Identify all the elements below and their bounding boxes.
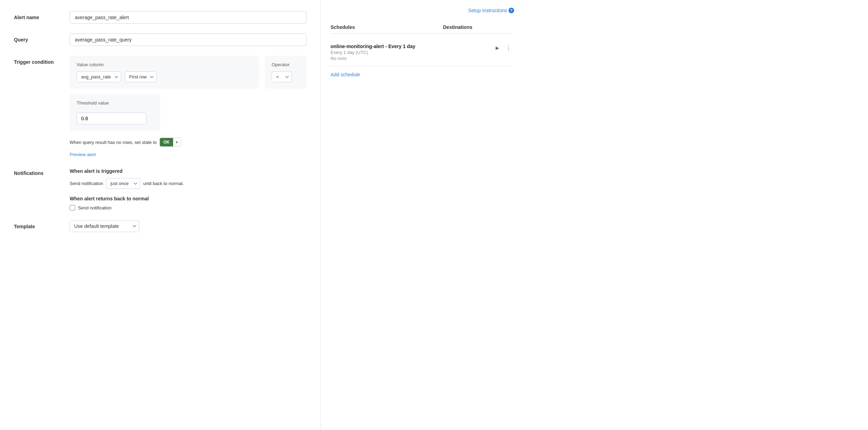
right-panel-headers: Schedules Destinations	[331, 24, 513, 34]
notification-frequency-row: Send notification just once each time ho…	[70, 178, 307, 189]
back-normal-label: When alert returns back to normal	[70, 196, 307, 201]
value-column-box: Value column avg_pass_rate First row	[70, 56, 259, 89]
send-notification-text-before: Send notification	[70, 181, 103, 186]
help-icon: ?	[509, 8, 514, 13]
alert-name-content	[70, 11, 307, 24]
back-normal-checkbox[interactable]	[70, 205, 75, 210]
trigger-condition-row: Trigger condition Value column avg_pass_…	[14, 56, 307, 157]
ok-dropdown[interactable]: OK ▾	[160, 138, 181, 147]
first-row-select[interactable]: First row	[125, 71, 157, 82]
more-options-button[interactable]: ⋮	[504, 44, 513, 52]
operator-box: Operator < <= > >= == !=	[265, 56, 307, 89]
template-row: Template Use default template Custom tem…	[14, 220, 307, 232]
schedule-no-runs: No runs	[331, 56, 490, 61]
alert-name-row: Alert name	[14, 11, 307, 24]
trigger-condition-content: Value column avg_pass_rate First row Ope…	[70, 56, 307, 157]
trigger-dropdowns: avg_pass_rate First row	[77, 71, 252, 82]
right-panel: Setup Instructions ? Schedules Destinati…	[320, 0, 522, 430]
play-button[interactable]: ▶	[493, 44, 502, 52]
left-panel: Alert name Query Trigger condition Value…	[0, 0, 320, 430]
template-content: Use default template Custom template	[70, 220, 307, 232]
setup-instructions-label: Setup Instructions	[468, 8, 507, 13]
preview-alert-link[interactable]: Preview alert	[70, 152, 96, 157]
setup-instructions-link[interactable]: Setup Instructions ?	[468, 8, 514, 13]
when-triggered-label: When alert is triggered	[70, 168, 307, 174]
trigger-condition-boxes: Value column avg_pass_rate First row Ope…	[70, 56, 307, 89]
send-notification-text-after: until back to normal.	[143, 181, 184, 186]
alert-name-input[interactable]	[70, 11, 307, 24]
query-row: Query	[14, 33, 307, 46]
notifications-row: Notifications When alert is triggered Se…	[14, 167, 307, 210]
trigger-condition-label: Trigger condition	[14, 56, 70, 65]
back-normal-section: When alert returns back to normal Send n…	[70, 196, 307, 210]
ok-chevron-icon[interactable]: ▾	[173, 138, 181, 146]
no-rows-row: When query result has no rows, set state…	[70, 138, 307, 147]
query-input[interactable]	[70, 33, 307, 46]
destinations-col-label: Destinations	[443, 24, 513, 30]
operator-select[interactable]: < <= > >= == !=	[272, 71, 292, 82]
alert-name-label: Alert name	[14, 11, 70, 20]
no-rows-text: When query result has no rows, set state…	[70, 140, 157, 145]
notifications-content: When alert is triggered Send notificatio…	[70, 168, 307, 210]
query-content	[70, 33, 307, 46]
value-column-label: Value column	[77, 62, 252, 67]
threshold-input[interactable]	[77, 113, 146, 124]
threshold-box: Threshold value	[70, 94, 160, 131]
back-normal-checkbox-label: Send notification	[78, 205, 111, 210]
ok-badge: OK	[160, 138, 173, 146]
value-column-select[interactable]: avg_pass_rate	[77, 71, 121, 82]
operator-label: Operator	[272, 62, 300, 67]
notifications-label: Notifications	[14, 167, 70, 176]
threshold-label: Threshold value	[77, 100, 153, 106]
template-label: Template	[14, 220, 70, 229]
schedule-actions: ▶ ⋮	[493, 44, 513, 52]
query-label: Query	[14, 33, 70, 43]
page-layout: Alert name Query Trigger condition Value…	[0, 0, 868, 430]
schedule-item-text: online-monitoring-alert - Every 1 day Ev…	[331, 44, 490, 61]
schedules-col-label: Schedules	[331, 24, 443, 30]
template-select[interactable]: Use default template Custom template	[70, 220, 139, 232]
schedule-item: online-monitoring-alert - Every 1 day Ev…	[331, 39, 513, 66]
schedule-name: online-monitoring-alert - Every 1 day	[331, 44, 490, 49]
schedule-frequency: Every 1 day (UTC)	[331, 50, 490, 55]
back-normal-checkbox-row: Send notification	[70, 205, 307, 210]
notification-frequency-select[interactable]: just once each time hourly daily	[106, 178, 140, 189]
add-schedule-link[interactable]: Add schedule	[331, 72, 360, 77]
